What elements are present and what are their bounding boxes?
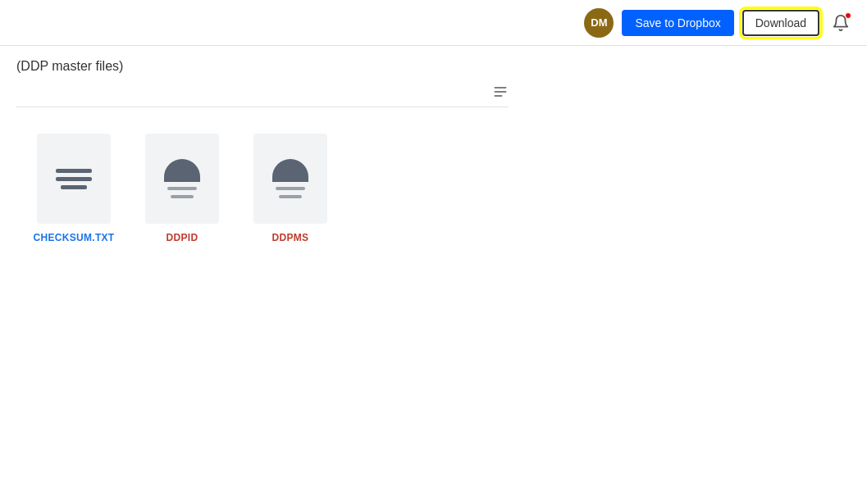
notification-dot [845,12,851,19]
content-area: (DDP master files) CHECKSUM.TXT [0,46,867,270]
file-label-ddpms: DDPMS [272,232,309,243]
files-grid: CHECKSUM.TXT DDPID DDPMS [16,120,851,257]
list-view-toggle[interactable] [492,84,509,100]
file-item-ddpms[interactable]: DDPMS [249,134,331,243]
file-item-ddpid[interactable]: DDPID [141,134,223,243]
file-label-ddpid: DDPID [167,232,198,243]
txt-line-1 [56,169,92,173]
file-item-checksum[interactable]: CHECKSUM.TXT [33,134,115,243]
file-thumbnail-ddpms [253,134,327,224]
ddp-base-line-4 [279,195,302,198]
txt-line-3 [61,185,87,189]
header: DM Save to Dropbox Download [0,0,867,46]
ddp-dome-2 [272,159,308,182]
folder-title: (DDP master files) [16,59,851,74]
save-to-dropbox-button[interactable]: Save to Dropbox [622,10,733,36]
txt-line-2 [56,177,92,181]
ddp-file-icon-1 [164,159,200,198]
ddp-file-icon-2 [272,159,308,198]
ddp-base-line-1 [167,187,197,190]
file-thumbnail-ddpid [145,134,219,224]
user-avatar[interactable]: DM [584,8,614,38]
download-button[interactable]: Download [742,10,819,36]
ddp-base-line-2 [171,195,194,198]
file-label-checksum: CHECKSUM.TXT [34,232,115,243]
toolbar [16,80,509,107]
file-thumbnail-checksum [37,134,111,224]
txt-file-icon [56,169,92,189]
ddp-base-line-3 [276,187,305,190]
notification-bell[interactable] [828,10,854,36]
ddp-dome-1 [164,159,200,182]
